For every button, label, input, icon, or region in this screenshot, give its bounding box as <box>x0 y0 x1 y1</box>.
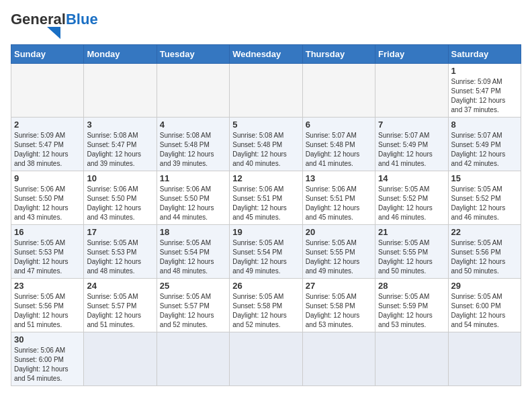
logo-general-text: General <box>11 11 66 28</box>
header: General Blue <box>11 11 521 39</box>
calendar-day-cell: 13Sunrise: 5:06 AM Sunset: 5:51 PM Dayli… <box>302 171 375 225</box>
calendar-day-cell <box>448 332 521 386</box>
day-info: Sunrise: 5:05 AM Sunset: 6:00 PM Dayligh… <box>451 292 518 330</box>
calendar-day-cell <box>11 64 84 118</box>
day-header-friday: Friday <box>375 45 448 64</box>
day-header-saturday: Saturday <box>448 45 521 64</box>
calendar-day-cell <box>230 64 302 118</box>
calendar-day-cell: 14Sunrise: 5:05 AM Sunset: 5:52 PM Dayli… <box>375 171 448 225</box>
day-number: 16 <box>14 227 81 237</box>
day-number: 29 <box>451 281 518 291</box>
calendar-day-cell: 23Sunrise: 5:05 AM Sunset: 5:56 PM Dayli… <box>11 279 84 332</box>
day-number: 22 <box>451 227 518 237</box>
calendar-day-cell: 2Sunrise: 5:09 AM Sunset: 5:47 PM Daylig… <box>11 118 84 171</box>
day-number: 20 <box>306 227 372 237</box>
day-number: 5 <box>232 120 299 130</box>
calendar-day-cell: 19Sunrise: 5:05 AM Sunset: 5:54 PM Dayli… <box>230 225 302 279</box>
day-info: Sunrise: 5:09 AM Sunset: 5:47 PM Dayligh… <box>451 77 518 115</box>
day-number: 21 <box>378 227 445 237</box>
day-number: 15 <box>451 173 518 183</box>
calendar-week-row: 30Sunrise: 5:06 AM Sunset: 6:00 PM Dayli… <box>11 332 521 386</box>
calendar-day-cell <box>230 332 302 386</box>
day-header-tuesday: Tuesday <box>157 45 229 64</box>
day-number: 12 <box>232 173 299 183</box>
calendar-day-cell <box>157 332 229 386</box>
day-info: Sunrise: 5:06 AM Sunset: 5:50 PM Dayligh… <box>160 185 226 222</box>
calendar-day-cell: 17Sunrise: 5:05 AM Sunset: 5:53 PM Dayli… <box>84 225 157 279</box>
calendar-day-cell <box>375 332 448 386</box>
day-info: Sunrise: 5:05 AM Sunset: 5:57 PM Dayligh… <box>160 292 226 330</box>
day-info: Sunrise: 5:05 AM Sunset: 5:55 PM Dayligh… <box>378 238 445 276</box>
calendar-day-cell: 22Sunrise: 5:05 AM Sunset: 5:56 PM Dayli… <box>448 225 521 279</box>
calendar-day-cell: 24Sunrise: 5:05 AM Sunset: 5:57 PM Dayli… <box>84 279 157 332</box>
calendar-day-cell <box>375 64 448 118</box>
calendar-header-row: SundayMondayTuesdayWednesdayThursdayFrid… <box>11 45 521 64</box>
day-number: 6 <box>306 120 372 130</box>
day-number: 14 <box>378 173 445 183</box>
day-number: 30 <box>14 334 81 345</box>
calendar-day-cell: 5Sunrise: 5:08 AM Sunset: 5:48 PM Daylig… <box>230 118 302 171</box>
day-header-sunday: Sunday <box>11 45 84 64</box>
logo: General Blue <box>11 11 98 39</box>
day-info: Sunrise: 5:05 AM Sunset: 5:53 PM Dayligh… <box>14 238 81 276</box>
day-number: 10 <box>87 173 153 183</box>
day-info: Sunrise: 5:05 AM Sunset: 5:54 PM Dayligh… <box>160 238 226 276</box>
calendar-week-row: 2Sunrise: 5:09 AM Sunset: 5:47 PM Daylig… <box>11 118 521 171</box>
day-info: Sunrise: 5:05 AM Sunset: 5:52 PM Dayligh… <box>451 185 518 222</box>
day-number: 23 <box>14 281 81 291</box>
day-header-wednesday: Wednesday <box>230 45 302 64</box>
day-info: Sunrise: 5:08 AM Sunset: 5:47 PM Dayligh… <box>87 131 153 169</box>
day-info: Sunrise: 5:09 AM Sunset: 5:47 PM Dayligh… <box>14 131 81 169</box>
calendar-day-cell: 18Sunrise: 5:05 AM Sunset: 5:54 PM Dayli… <box>157 225 229 279</box>
day-number: 2 <box>14 120 81 130</box>
calendar-day-cell: 16Sunrise: 5:05 AM Sunset: 5:53 PM Dayli… <box>11 225 84 279</box>
day-number: 17 <box>87 227 153 237</box>
day-number: 24 <box>87 281 153 291</box>
day-info: Sunrise: 5:05 AM Sunset: 5:59 PM Dayligh… <box>378 292 445 330</box>
day-info: Sunrise: 5:07 AM Sunset: 5:49 PM Dayligh… <box>451 131 518 169</box>
day-info: Sunrise: 5:05 AM Sunset: 5:58 PM Dayligh… <box>232 292 299 330</box>
day-info: Sunrise: 5:05 AM Sunset: 5:58 PM Dayligh… <box>306 292 372 330</box>
day-number: 13 <box>306 173 372 183</box>
day-info: Sunrise: 5:08 AM Sunset: 5:48 PM Dayligh… <box>160 131 226 169</box>
calendar-day-cell: 27Sunrise: 5:05 AM Sunset: 5:58 PM Dayli… <box>302 279 375 332</box>
calendar-day-cell: 3Sunrise: 5:08 AM Sunset: 5:47 PM Daylig… <box>84 118 157 171</box>
day-info: Sunrise: 5:06 AM Sunset: 6:00 PM Dayligh… <box>14 346 81 383</box>
day-info: Sunrise: 5:06 AM Sunset: 5:50 PM Dayligh… <box>87 185 153 222</box>
calendar-table: SundayMondayTuesdayWednesdayThursdayFrid… <box>11 44 521 386</box>
calendar-day-cell <box>302 64 375 118</box>
day-info: Sunrise: 5:05 AM Sunset: 5:57 PM Dayligh… <box>87 292 153 330</box>
calendar-week-row: 1Sunrise: 5:09 AM Sunset: 5:47 PM Daylig… <box>11 64 521 118</box>
day-number: 25 <box>160 281 226 291</box>
day-info: Sunrise: 5:05 AM Sunset: 5:55 PM Dayligh… <box>306 238 372 276</box>
calendar-day-cell <box>302 332 375 386</box>
calendar-day-cell: 30Sunrise: 5:06 AM Sunset: 6:00 PM Dayli… <box>11 332 84 386</box>
calendar-day-cell: 25Sunrise: 5:05 AM Sunset: 5:57 PM Dayli… <box>157 279 229 332</box>
day-info: Sunrise: 5:07 AM Sunset: 5:49 PM Dayligh… <box>378 131 445 169</box>
calendar-week-row: 23Sunrise: 5:05 AM Sunset: 5:56 PM Dayli… <box>11 279 521 332</box>
calendar-day-cell: 28Sunrise: 5:05 AM Sunset: 5:59 PM Dayli… <box>375 279 448 332</box>
day-info: Sunrise: 5:06 AM Sunset: 5:51 PM Dayligh… <box>232 185 299 222</box>
calendar-day-cell: 15Sunrise: 5:05 AM Sunset: 5:52 PM Dayli… <box>448 171 521 225</box>
calendar-day-cell: 12Sunrise: 5:06 AM Sunset: 5:51 PM Dayli… <box>230 171 302 225</box>
day-number: 1 <box>451 66 518 76</box>
day-header-thursday: Thursday <box>302 45 375 64</box>
day-number: 7 <box>378 120 445 130</box>
day-info: Sunrise: 5:05 AM Sunset: 5:52 PM Dayligh… <box>378 185 445 222</box>
calendar-day-cell: 7Sunrise: 5:07 AM Sunset: 5:49 PM Daylig… <box>375 118 448 171</box>
day-info: Sunrise: 5:06 AM Sunset: 5:50 PM Dayligh… <box>14 185 81 222</box>
calendar-week-row: 9Sunrise: 5:06 AM Sunset: 5:50 PM Daylig… <box>11 171 521 225</box>
calendar-day-cell: 6Sunrise: 5:07 AM Sunset: 5:48 PM Daylig… <box>302 118 375 171</box>
day-number: 11 <box>160 173 226 183</box>
calendar-day-cell: 11Sunrise: 5:06 AM Sunset: 5:50 PM Dayli… <box>157 171 229 225</box>
logo-blue-text: Blue <box>66 11 98 28</box>
calendar-day-cell <box>84 332 157 386</box>
calendar-day-cell: 20Sunrise: 5:05 AM Sunset: 5:55 PM Dayli… <box>302 225 375 279</box>
calendar-day-cell: 8Sunrise: 5:07 AM Sunset: 5:49 PM Daylig… <box>448 118 521 171</box>
calendar-day-cell: 21Sunrise: 5:05 AM Sunset: 5:55 PM Dayli… <box>375 225 448 279</box>
calendar-day-cell: 1Sunrise: 5:09 AM Sunset: 5:47 PM Daylig… <box>448 64 521 118</box>
day-number: 9 <box>14 173 81 183</box>
logo-triangle <box>47 27 60 39</box>
calendar-day-cell: 10Sunrise: 5:06 AM Sunset: 5:50 PM Dayli… <box>84 171 157 225</box>
day-number: 4 <box>160 120 226 130</box>
